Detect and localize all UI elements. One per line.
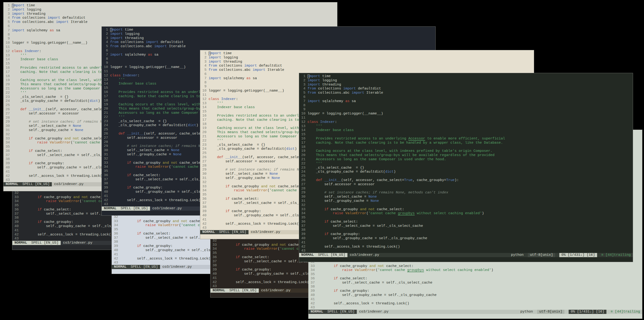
code-token: None — [173, 153, 182, 156]
spell-indicator: SPELL [EN_US] — [215, 230, 246, 234]
line-number: 6 — [202, 72, 206, 76]
code-token: collections.abc — [217, 68, 253, 72]
code-line: 13 ''' — [301, 124, 633, 128]
line-number: 16 — [104, 90, 108, 94]
code-token: cache_groupby — [240, 243, 271, 247]
code-line: 31 self._groupby_cache = None — [301, 199, 633, 203]
code-token: class — [208, 97, 219, 101]
line-number: 9 — [6, 37, 10, 41]
line-number: 4 — [202, 64, 206, 68]
code-token — [308, 211, 333, 215]
line-number: 6 — [301, 95, 306, 99]
code-token — [110, 132, 118, 136]
line-number: 32 — [114, 215, 118, 219]
code-token: cache_select: — [141, 232, 170, 236]
line-number: 27 — [202, 160, 206, 164]
code-token: ( — [376, 268, 378, 272]
line-number: 41 — [104, 194, 108, 198]
code-token: raise — [234, 188, 244, 192]
code-token: logging — [123, 32, 140, 36]
line-number: 25 — [301, 174, 306, 178]
line-number: 22 — [202, 139, 206, 143]
code-token: import — [308, 83, 320, 87]
line-number: 19 — [301, 149, 306, 153]
mode-label: NORMAL — [212, 288, 225, 292]
filetype-indicator: python — [511, 253, 524, 257]
line-number: 23 — [202, 143, 206, 147]
code-token: logging — [221, 56, 238, 60]
line-number: 33 — [114, 219, 118, 223]
code-line: 6 — [301, 95, 633, 99]
code-token — [308, 220, 324, 224]
code-token: cache_groupby — [338, 264, 369, 268]
code-token: ''' — [12, 54, 26, 58]
line-number: 2 — [202, 56, 206, 60]
code-token — [125, 132, 127, 136]
code-token: self.accessor = accessor — [110, 136, 177, 140]
line-number: 40 — [301, 236, 306, 241]
line-number: 28 — [6, 116, 10, 120]
code-token: as — [50, 29, 54, 33]
code-token: ValueError — [246, 188, 268, 192]
code-line: 28 — [301, 187, 633, 191]
code-token — [12, 161, 29, 165]
line-number: 8 — [301, 104, 306, 108]
code-token: logger = logging.getLogger(__name__) — [110, 65, 186, 69]
code-line: 25 — [301, 174, 633, 178]
code-token: def — [217, 155, 223, 159]
line-number: 10 — [6, 41, 10, 45]
code-token — [110, 165, 135, 169]
line-number: 33 — [14, 195, 19, 199]
code-token: 'cannot cache — [378, 268, 407, 272]
code-token — [352, 268, 355, 272]
code-line: 30 self._select_cache = None — [301, 195, 633, 199]
code-token: threading — [320, 83, 341, 87]
line-number: 13 — [6, 54, 10, 58]
code-token: ) — [482, 211, 484, 215]
code-line: 1import time — [104, 28, 436, 32]
code-token: import — [12, 8, 24, 12]
code-token: cache_groupby: — [230, 209, 261, 213]
line-number: 35 — [301, 216, 306, 220]
code-token: dict — [385, 170, 394, 174]
code-token: ) — [295, 147, 297, 151]
cursor — [12, 4, 14, 8]
code-token — [80, 195, 82, 199]
code-token: raise — [135, 165, 146, 169]
line-number: 34 — [202, 188, 206, 193]
code-line: 36 if cache_select: — [301, 220, 633, 224]
code-token: self._access_lock = threading.Lock() — [317, 301, 409, 305]
line-number: 32 — [6, 132, 10, 137]
vim-terminal-4[interactable]: 1import time2import logging3import threa… — [299, 73, 633, 262]
code-token: Indexer — [221, 97, 236, 101]
code-line: 36 if cache_select: — [310, 276, 642, 281]
code-token: self._groupby_cache = — [110, 153, 173, 156]
code-line: 3import threading — [301, 83, 633, 87]
code-token: sqlalchemy — [24, 29, 50, 33]
code-token: sa — [54, 29, 60, 33]
line-number: 31 — [202, 176, 206, 180]
line-number: 28 — [104, 140, 108, 144]
line-number: 38 — [202, 205, 206, 209]
line-number: 37 — [310, 281, 315, 285]
code-token: if — [226, 209, 230, 213]
spell-indicator: SPELL [EN_US] — [323, 310, 355, 314]
code-token: raise — [333, 211, 343, 215]
line-number: 24 — [6, 99, 10, 103]
line-number: 17 — [202, 118, 206, 122]
code-area[interactable]: 1import time2import logging3import threa… — [301, 74, 633, 253]
code-token: self._select_cache = — [12, 124, 73, 128]
line-number: 6 — [6, 24, 10, 29]
code-token: import — [308, 79, 320, 83]
code-token: not — [280, 243, 286, 247]
filename: co3/indexer.py — [162, 265, 192, 269]
filename: co3/indexer.py — [350, 253, 379, 257]
line-number: 8 — [6, 33, 10, 37]
code-token: if — [236, 268, 240, 272]
line-number: 38 — [212, 263, 217, 268]
code-token — [120, 244, 137, 248]
line-number: 14 — [202, 105, 206, 110]
code-token: logger = logging.getLogger(__name__) — [12, 41, 88, 45]
code-token — [146, 165, 148, 169]
code-token: from — [308, 91, 316, 95]
